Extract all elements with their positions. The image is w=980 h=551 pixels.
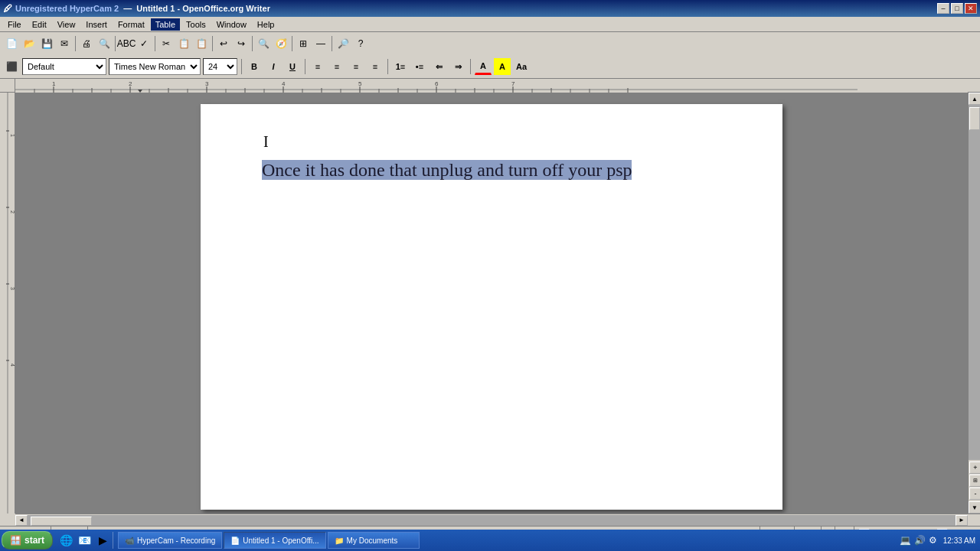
scroll-down-button[interactable]: ▼ — [969, 501, 980, 514]
taskbar-mydocs[interactable]: 📁 My Documents — [328, 532, 420, 549]
title-bar-buttons: – □ ✕ — [937, 3, 977, 14]
taskbar-hypercam[interactable]: 📹 HyperCam - Recording — [118, 532, 222, 549]
undo-button[interactable]: ↩ — [215, 35, 232, 52]
zoom-in-side-button[interactable]: + — [969, 461, 980, 474]
taskbar: 🪟 start 🌐 📧 ▶ 📹 HyperCam - Recording 📄 U… — [0, 530, 980, 551]
svg-text:3: 3 — [205, 80, 209, 87]
svg-text:4: 4 — [282, 80, 286, 87]
zoom-button[interactable]: 🔎 — [335, 35, 351, 52]
svg-text:4: 4 — [10, 364, 15, 367]
paragraph-style-dropdown[interactable]: Default — [22, 58, 106, 75]
hline-button[interactable]: — — [312, 35, 329, 52]
sep10 — [387, 59, 388, 74]
menu-format[interactable]: Format — [113, 18, 149, 31]
tray-icon-misc: ⚙ — [929, 535, 937, 546]
bullet-list-button[interactable]: •≡ — [411, 58, 428, 75]
sep7 — [332, 36, 332, 51]
navigator-button[interactable]: 🧭 — [273, 35, 289, 52]
paste-button[interactable]: 📋 — [193, 35, 210, 52]
print-button[interactable]: 🖨 — [78, 35, 95, 52]
cut-button[interactable]: ✂ — [158, 35, 175, 52]
maximize-button[interactable]: □ — [951, 3, 963, 14]
document-area[interactable]: I Once it has done that unplug and turn … — [15, 93, 968, 514]
paragraph-style-picker[interactable]: ⬛ — [3, 58, 20, 75]
font-color-button[interactable]: A — [475, 58, 492, 75]
new-button[interactable]: 📄 — [3, 35, 20, 52]
scroll-left-button[interactable]: ◄ — [15, 515, 28, 526]
menu-view[interactable]: View — [53, 18, 80, 31]
autocorrect-button[interactable]: ✓ — [136, 35, 152, 52]
start-button[interactable]: 🪟 start — [2, 531, 53, 549]
ruler-corner — [0, 79, 15, 92]
table-button[interactable]: ⊞ — [295, 35, 312, 52]
left-ruler: 1 2 3 4 — [0, 93, 15, 514]
app-icon: 🖊 — [3, 3, 12, 14]
ql-outlook[interactable]: 📧 — [76, 532, 93, 549]
highlight-button[interactable]: A — [494, 58, 511, 75]
indent-decrease-button[interactable]: ⇐ — [430, 58, 447, 75]
scroll-thumb[interactable] — [969, 107, 980, 130]
align-left-button[interactable]: ≡ — [309, 58, 326, 75]
taskbar-writer[interactable]: 📄 Untitled 1 - OpenOffi... — [224, 532, 325, 549]
scroll-track[interactable] — [969, 105, 980, 460]
svg-text:6: 6 — [435, 80, 439, 87]
menu-window[interactable]: Window — [212, 18, 251, 31]
zoom-out-side-button[interactable]: - — [969, 487, 980, 500]
bold-button[interactable]: B — [246, 58, 263, 75]
title-bar-left: 🖊 Unregistered HyperCam 2 — Untitled 1 -… — [3, 3, 270, 14]
hypercam-label: Unregistered HyperCam 2 — [15, 4, 119, 13]
menu-help[interactable]: Help — [253, 18, 279, 31]
redo-button[interactable]: ↪ — [233, 35, 250, 52]
zoom-side-buttons: + ⊞ - — [969, 460, 980, 501]
sep2 — [115, 36, 116, 51]
menu-tools[interactable]: Tools — [181, 18, 211, 31]
sep8 — [241, 59, 242, 74]
taskbar-writer-icon: 📄 — [230, 536, 240, 545]
font-size-dropdown[interactable]: 24 — [203, 58, 237, 75]
vertical-scrollbar[interactable]: ▲ + ⊞ - ▼ — [968, 93, 980, 514]
align-center-button[interactable]: ≡ — [328, 58, 345, 75]
open-button[interactable]: 📂 — [21, 35, 38, 52]
underline-button[interactable]: U — [284, 58, 301, 75]
text-cursor: I — [263, 133, 269, 151]
ql-ie[interactable]: 🌐 — [57, 532, 74, 549]
email-button[interactable]: ✉ — [56, 35, 73, 52]
horizontal-scrollbar[interactable]: ◄ ► — [15, 514, 980, 526]
taskbar-hypercam-icon: 📹 — [125, 536, 134, 545]
window-title: Untitled 1 - OpenOffice.org Writer — [136, 4, 270, 13]
menu-edit[interactable]: Edit — [28, 18, 51, 31]
toolbar-1: 📄 📂 💾 ✉ 🖨 🔍 ABC ✓ ✂ 📋 📋 ↩ ↪ 🔍 🧭 ⊞ — 🔎 ? — [0, 32, 980, 55]
scroll-right-button[interactable]: ► — [956, 515, 968, 526]
print-preview-button[interactable]: 🔍 — [96, 35, 113, 52]
numbered-list-button[interactable]: 1≡ — [392, 58, 409, 75]
menu-file[interactable]: File — [3, 18, 26, 31]
menu-table[interactable]: Table — [151, 18, 180, 31]
menu-insert[interactable]: Insert — [81, 18, 112, 31]
save-button[interactable]: 💾 — [38, 35, 55, 52]
spellcheck-button[interactable]: ABC — [118, 35, 135, 52]
align-justify-button[interactable]: ≡ — [367, 58, 384, 75]
find-button[interactable]: 🔍 — [255, 35, 272, 52]
toolbar-area: 📄 📂 💾 ✉ 🖨 🔍 ABC ✓ ✂ 📋 📋 ↩ ↪ 🔍 🧭 ⊞ — 🔎 ? … — [0, 32, 980, 79]
minimize-button[interactable]: – — [937, 3, 949, 14]
italic-button[interactable]: I — [265, 58, 282, 75]
help-button[interactable]: ? — [352, 35, 369, 52]
hscroll-thumb[interactable] — [31, 517, 92, 526]
char-format-button[interactable]: Aa — [513, 58, 530, 75]
copy-button[interactable]: 📋 — [175, 35, 192, 52]
ql-media[interactable]: ▶ — [94, 532, 111, 549]
close-button[interactable]: ✕ — [965, 3, 977, 14]
sep4 — [212, 36, 213, 51]
hscroll-track[interactable] — [28, 515, 956, 526]
scroll-up-button[interactable]: ▲ — [969, 93, 980, 105]
taskbar-mydocs-icon: 📁 — [335, 536, 344, 545]
font-name-dropdown[interactable]: Times New Roman — [109, 58, 201, 75]
ruler-container: 1 2 3 4 5 6 7 — [0, 79, 980, 93]
zoom-view-button[interactable]: ⊞ — [969, 474, 980, 487]
main-content: 1 2 3 4 I Once it has done that unplug a… — [0, 93, 980, 514]
ql-separator — [113, 532, 113, 549]
text-block[interactable]: Once it has done that unplug and turn of… — [262, 158, 721, 184]
document-page: I Once it has done that unplug and turn … — [201, 104, 782, 510]
align-right-button[interactable]: ≡ — [348, 58, 364, 75]
indent-increase-button[interactable]: ⇒ — [449, 58, 466, 75]
